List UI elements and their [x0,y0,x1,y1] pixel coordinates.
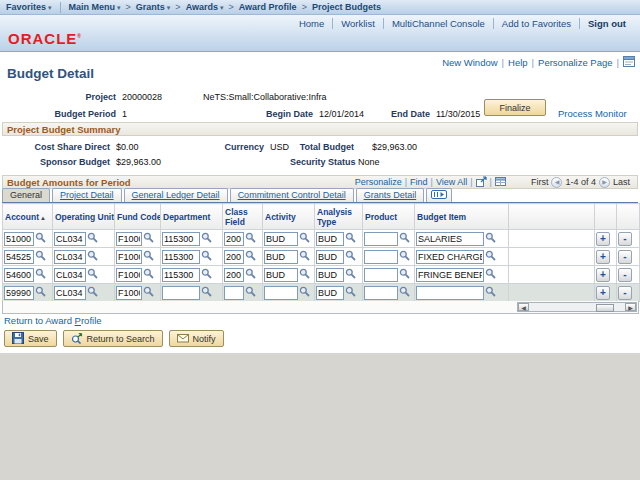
signout-link[interactable]: Sign out [579,18,634,29]
analysis-type-input[interactable] [316,286,344,300]
page-url-icon[interactable] [623,56,635,69]
column-header-operating-unit[interactable]: Operating Unit [53,204,115,230]
tab-project-detail[interactable]: Project Detail [52,188,122,202]
class-field-input[interactable] [224,268,244,282]
add-row-button[interactable]: + [596,250,610,264]
column-header-fund-code[interactable]: Fund Code [115,204,161,230]
pagination-first[interactable]: First [531,177,549,187]
department-input[interactable] [162,286,200,300]
lookup-icon[interactable] [143,250,154,263]
account-input[interactable] [4,232,34,246]
column-header-department[interactable]: Department [161,204,223,230]
lookup-icon[interactable] [245,286,256,299]
lookup-icon[interactable] [299,232,310,245]
horizontal-scrollbar[interactable]: ◀ ▶ [517,302,637,312]
lookup-icon[interactable] [87,250,98,263]
lookup-icon[interactable] [485,232,496,245]
lookup-icon[interactable] [201,286,212,299]
tab-general[interactable]: General [2,188,50,202]
account-input[interactable] [4,286,34,300]
add-row-button[interactable]: + [596,232,610,246]
pagebar-link-personalize-page[interactable]: Personalize Page [538,57,612,68]
activity-input[interactable] [264,268,298,282]
class-field-input[interactable] [224,250,244,264]
breadcrumb-awards[interactable]: Awards▾ [186,2,224,12]
budget-item-input[interactable] [416,268,484,282]
lookup-icon[interactable] [87,232,98,245]
tab-general-ledger-detail[interactable]: General Ledger Detail [124,188,228,202]
budget-item-input[interactable] [416,286,484,300]
lookup-icon[interactable] [399,250,410,263]
lookup-icon[interactable] [299,268,310,281]
delete-row-button[interactable]: - [618,250,632,264]
lookup-icon[interactable] [299,286,310,299]
tab-grants-detail[interactable]: Grants Detail [356,188,425,202]
product-input[interactable] [364,286,398,300]
breadcrumb-favorites[interactable]: Favorites▾ [6,2,52,12]
analysis-type-input[interactable] [316,268,344,282]
return-to-award-profile-link[interactable]: Return to Award Profile [4,315,102,326]
operating-unit-input[interactable] [54,268,86,282]
lookup-icon[interactable] [299,250,310,263]
lookup-icon[interactable] [399,268,410,281]
lookup-icon[interactable] [201,268,212,281]
lookup-icon[interactable] [485,250,496,263]
pagebar-link-help[interactable]: Help [508,57,528,68]
fund-code-input[interactable] [116,268,142,282]
view-all-link[interactable]: View All [436,177,467,187]
grid-download-icon[interactable] [495,176,506,189]
lookup-icon[interactable] [143,232,154,245]
budget-item-input[interactable] [416,250,484,264]
department-input[interactable] [162,232,200,246]
lookup-icon[interactable] [35,232,46,245]
lookup-icon[interactable] [345,286,356,299]
department-input[interactable] [162,250,200,264]
pagination-last[interactable]: Last [613,177,630,187]
lookup-icon[interactable] [345,250,356,263]
delete-row-button[interactable]: - [618,268,632,282]
lookup-icon[interactable] [201,250,212,263]
lookup-icon[interactable] [143,268,154,281]
lookup-icon[interactable] [143,286,154,299]
previous-rows-icon[interactable]: ◀ [551,177,562,188]
scrollbar-thumb[interactable] [596,304,614,312]
header-link-multichannel-console[interactable]: MultiChannel Console [383,18,493,29]
product-input[interactable] [364,232,398,246]
grid-zoom-icon[interactable] [476,176,487,189]
add-row-button[interactable]: + [596,268,610,282]
account-input[interactable] [4,250,34,264]
analysis-type-input[interactable] [316,232,344,246]
account-input[interactable] [4,268,34,282]
add-row-button[interactable]: + [596,286,610,300]
fund-code-input[interactable] [116,232,142,246]
column-header-account[interactable]: Account▲ [3,204,53,230]
activity-input[interactable] [264,250,298,264]
lookup-icon[interactable] [245,250,256,263]
lookup-icon[interactable] [35,268,46,281]
lookup-icon[interactable] [399,232,410,245]
personalize-link[interactable]: Personalize [355,177,402,187]
save-button[interactable]: Save [4,330,57,347]
class-field-input[interactable] [224,286,244,300]
fund-code-input[interactable] [116,250,142,264]
budget-item-input[interactable] [416,232,484,246]
analysis-type-input[interactable] [316,250,344,264]
operating-unit-input[interactable] [54,232,86,246]
column-header-class-field[interactable]: Class Field [223,204,263,230]
scroll-right-icon[interactable]: ▶ [625,303,636,311]
scroll-left-icon[interactable]: ◀ [518,303,529,311]
lookup-icon[interactable] [485,286,496,299]
breadcrumb-project-budgets[interactable]: Project Budgets [312,2,381,12]
breadcrumb-grants[interactable]: Grants▾ [136,2,171,12]
header-link-worklist[interactable]: Worklist [332,18,383,29]
show-all-columns-icon[interactable] [426,188,452,202]
lookup-icon[interactable] [485,268,496,281]
lookup-icon[interactable] [87,286,98,299]
column-header-product[interactable]: Product [363,204,415,230]
process-monitor-link[interactable]: Process Monitor [558,108,627,119]
operating-unit-input[interactable] [54,250,86,264]
pagebar-link-new-window[interactable]: New Window [442,57,497,68]
product-input[interactable] [364,250,398,264]
header-link-add-to-favorites[interactable]: Add to Favorites [493,18,579,29]
notify-button[interactable]: Notify [169,330,224,347]
